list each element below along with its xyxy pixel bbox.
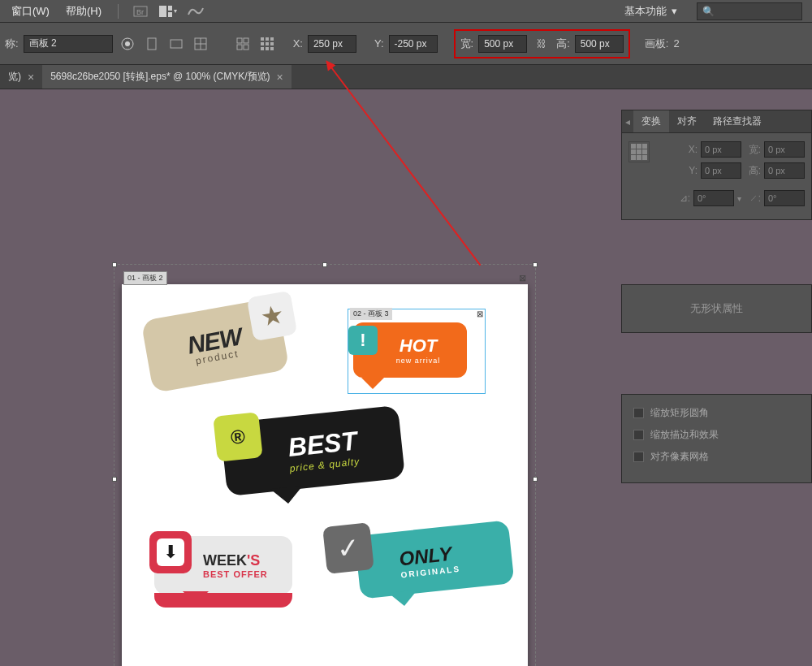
panel-y-label: Y: xyxy=(681,165,698,176)
bubble-tail xyxy=(183,591,209,617)
width-input[interactable] xyxy=(478,35,527,53)
registered-icon: ® xyxy=(213,412,263,462)
option-scale-strokes[interactable]: 缩放描边和效果 xyxy=(633,428,800,442)
tab-pathfinder[interactable]: 路径查找器 xyxy=(705,110,770,132)
panel-w-label: 宽: xyxy=(745,143,761,157)
badge-only[interactable]: ONLY ORIGINALS ✓ xyxy=(325,528,512,625)
close-icon[interactable]: × xyxy=(277,71,283,84)
selection-handle[interactable] xyxy=(112,262,117,267)
ref-point-icon[interactable] xyxy=(118,34,137,54)
arrange-icon[interactable]: ▾ xyxy=(159,4,177,19)
panel-tabs: ◂ 变换 对齐 路径查找器 xyxy=(622,110,811,133)
grid3-icon[interactable] xyxy=(257,34,277,54)
badge-new[interactable]: NEW product ★ xyxy=(146,301,317,406)
grid1-icon[interactable] xyxy=(191,34,210,54)
svg-rect-13 xyxy=(244,38,248,43)
option-label: 缩放描边和效果 xyxy=(650,428,719,442)
selection-handle[interactable] xyxy=(322,262,327,267)
down-arrow-icon: ⬇ xyxy=(149,531,192,573)
transform-panel: ◂ 变换 对齐 路径查找器 X: 宽: Y: 高: xyxy=(621,110,812,220)
svg-text:Br: Br xyxy=(136,8,144,16)
svg-rect-16 xyxy=(261,37,264,41)
selection-handle[interactable] xyxy=(533,477,538,482)
check-icon: ✓ xyxy=(322,522,374,574)
selection-handle[interactable] xyxy=(533,262,538,267)
svg-rect-3 xyxy=(168,6,172,11)
svg-rect-2 xyxy=(159,6,166,17)
checkbox[interactable] xyxy=(633,408,644,418)
badge-subtitle: new arrival xyxy=(396,357,441,365)
panel-x-input[interactable] xyxy=(701,141,741,158)
shape-properties-panel: 无形状属性 xyxy=(621,284,812,333)
grid2-icon[interactable] xyxy=(233,34,253,54)
no-shape-label: 无形状属性 xyxy=(690,302,743,314)
bubble-accent xyxy=(154,593,292,608)
artboard-1[interactable]: 01 - 画板 2 ⊠ 02 - 画板 3 ⊠ NEW product ★ HO… xyxy=(122,284,528,666)
panel-body: X: 宽: Y: 高: ⊿: ▾ ⟋: xyxy=(622,133,811,219)
close-icon[interactable]: × xyxy=(28,71,34,84)
orient-landscape-icon[interactable] xyxy=(166,34,186,54)
tab-2[interactable]: 5698c26be2050 [转换].eps* @ 100% (CMYK/预览)… xyxy=(42,65,292,89)
bridge-icon[interactable]: Br xyxy=(132,4,149,19)
svg-rect-23 xyxy=(266,47,269,50)
artboard-close-icon[interactable]: ⊠ xyxy=(477,309,483,318)
artboard-name-input[interactable] xyxy=(24,35,113,53)
workspace-label: 基本功能 xyxy=(624,4,667,19)
document-tabs: 览) × 5698c26be2050 [转换].eps* @ 100% (CMY… xyxy=(0,65,812,89)
tab-transform[interactable]: 变换 xyxy=(633,110,669,132)
tab-2-label: 5698c26be2050 [转换].eps* @ 100% (CMYK/预览) xyxy=(50,70,270,84)
x-label: X: xyxy=(293,37,303,50)
svg-rect-18 xyxy=(270,37,274,41)
checkbox[interactable] xyxy=(633,430,644,440)
svg-rect-19 xyxy=(261,42,264,45)
option-align-pixel[interactable]: 对齐像素网格 xyxy=(633,450,800,464)
panel-shear-input[interactable] xyxy=(764,190,805,206)
panel-angle-input[interactable] xyxy=(693,190,734,206)
menu-help[interactable]: 帮助(H) xyxy=(58,4,110,19)
exclamation-icon: ! xyxy=(348,326,378,355)
panel-y-input[interactable] xyxy=(701,162,741,179)
badge-title: HOT xyxy=(400,335,437,357)
tab-1-label: 览) xyxy=(8,70,21,84)
bubble-tail xyxy=(388,590,421,622)
control-bar: 称: X: Y: 宽: ⛓ 高: 画板: 2 xyxy=(0,23,812,65)
menu-window[interactable]: 窗口(W) xyxy=(3,4,58,19)
artboard-count-label: 画板: xyxy=(645,37,669,51)
collapse-icon[interactable]: ◂ xyxy=(622,110,633,132)
dropdown-icon: ▾ xyxy=(672,5,677,17)
svg-rect-14 xyxy=(237,45,242,50)
tab-align[interactable]: 对齐 xyxy=(669,110,705,132)
height-input[interactable] xyxy=(575,35,624,53)
option-scale-corners[interactable]: 缩放矩形圆角 xyxy=(633,406,800,420)
menu-bar: 窗口(W) 帮助(H) Br ▾ 基本功能 ▾ 🔍 xyxy=(0,0,812,23)
link-icon[interactable]: ⛓ xyxy=(532,34,551,54)
badge-hot[interactable]: HOT new arrival ! xyxy=(353,322,479,396)
search-icon: 🔍 xyxy=(702,6,715,17)
orient-portrait-icon[interactable] xyxy=(142,34,162,54)
transform-options-panel: 缩放矩形圆角 缩放描边和效果 对齐像素网格 xyxy=(621,394,812,483)
y-input[interactable] xyxy=(389,35,438,53)
svg-rect-21 xyxy=(270,42,274,45)
tab-1[interactable]: 览) × xyxy=(0,65,42,89)
svg-rect-20 xyxy=(266,42,269,45)
x-input[interactable] xyxy=(308,35,356,53)
panel-h-label: 高: xyxy=(745,164,761,178)
reference-point-icon[interactable] xyxy=(628,141,650,162)
workspace-selector[interactable]: 基本功能 ▾ xyxy=(611,1,690,22)
badge-best[interactable]: BEST price & qualty ® xyxy=(223,414,426,520)
dropdown-icon[interactable]: ▾ xyxy=(737,194,741,203)
y-label: Y: xyxy=(374,37,384,50)
search-input[interactable]: 🔍 xyxy=(697,2,802,20)
gpu-icon[interactable] xyxy=(187,4,205,19)
checkbox[interactable] xyxy=(633,452,644,462)
option-label: 缩放矩形圆角 xyxy=(650,406,709,420)
panel-angle-label: ⊿: xyxy=(674,192,690,204)
selection-handle[interactable] xyxy=(112,477,117,482)
panel-shear-label: ⟋: xyxy=(745,192,761,204)
badge-week[interactable]: WEEK'S BEST OFFER ⬇ xyxy=(154,536,317,625)
panel-h-input[interactable] xyxy=(764,162,805,179)
bubble-tail xyxy=(162,370,192,400)
svg-rect-8 xyxy=(171,40,182,48)
panel-w-input[interactable] xyxy=(764,141,805,158)
artboard-close-icon[interactable]: ⊠ xyxy=(519,273,526,283)
